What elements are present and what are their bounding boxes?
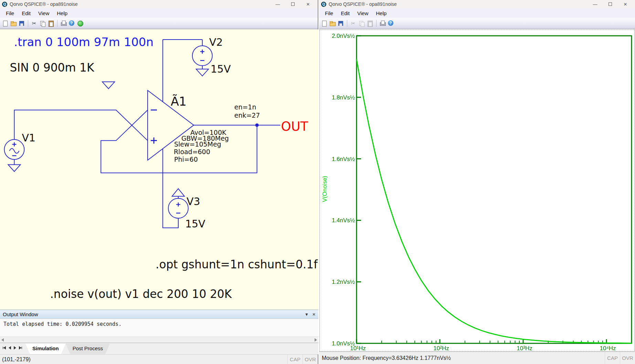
- scroll-right-icon[interactable]: [315, 338, 317, 342]
- v2-source[interactable]: [192, 46, 212, 76]
- scroll-left-icon[interactable]: [1, 338, 4, 342]
- run-icon[interactable]: [77, 20, 83, 26]
- overwrite-indicator: OVR: [620, 352, 635, 364]
- menu-file[interactable]: File: [2, 9, 18, 17]
- v3-ground-icon: [172, 189, 184, 199]
- wire-v2-top[interactable]: [163, 40, 202, 46]
- directive-opt[interactable]: .opt gshunt=1n cshunt=0.1f: [156, 258, 318, 271]
- paste-icon[interactable]: [48, 20, 54, 26]
- overwrite-indicator: OVR: [303, 355, 318, 364]
- menu-edit[interactable]: Edit: [337, 9, 353, 17]
- opamp-ref[interactable]: Ã1: [171, 94, 187, 108]
- y-axis-tick-label: 1.8nVs½: [332, 94, 355, 101]
- noise-plot[interactable]: 2.0nVs½1.8nVs½1.6nVs½1.4nVs½1.2nVs½1.0nV…: [320, 30, 635, 352]
- menu-edit[interactable]: Edit: [18, 9, 34, 17]
- v2-value[interactable]: 15V: [211, 63, 231, 75]
- paste-icon-disabled: [367, 20, 373, 26]
- opamp-param-rload[interactable]: Rload=600: [174, 148, 210, 156]
- close-icon[interactable]: ✕: [312, 312, 316, 317]
- window-title: Qorvo QSPICE® - opa891noise: [329, 1, 397, 7]
- toolbar-separator: [376, 20, 377, 27]
- v2-ground-icon: [196, 66, 209, 76]
- window-title: Qorvo QSPICE® - opa891noise: [10, 1, 78, 7]
- save-file-icon[interactable]: [338, 20, 344, 26]
- caps-indicator: CAP: [287, 355, 303, 364]
- waveform-plot-area[interactable]: 2.0nVs½1.8nVs½1.6nVs½1.4nVs½1.2nVs½1.0nV…: [319, 30, 635, 352]
- v1-ground-icon: [8, 160, 21, 172]
- v3-source[interactable]: [168, 189, 188, 218]
- y-axis-tick-label: 2.0nVs½: [332, 33, 355, 39]
- toolbar-separator: [57, 20, 57, 27]
- ground-icon[interactable]: [102, 82, 115, 89]
- collapse-icon[interactable]: ▼: [305, 312, 309, 317]
- toolbar: [319, 18, 635, 29]
- menu-help[interactable]: Help: [53, 9, 71, 17]
- menu-file[interactable]: File: [321, 9, 337, 17]
- qspice-logo-icon: Q: [2, 2, 7, 7]
- save-file-icon[interactable]: [19, 20, 25, 26]
- opamp-plus-mark: [151, 138, 157, 144]
- maximize-button[interactable]: [285, 0, 300, 8]
- help-icon[interactable]: [388, 20, 394, 26]
- toolbar: [0, 18, 318, 29]
- output-window-header[interactable]: Output Window ▼ ✕: [0, 310, 318, 319]
- menubar: File Edit View Help: [319, 8, 635, 18]
- junction-dot: [255, 124, 259, 127]
- directive-noise[interactable]: .noise v(out) v1 dec 200 10 20K: [50, 287, 232, 301]
- output-window-text: Total elapsed time: 0.0209954 seconds.: [0, 319, 318, 336]
- qspice-logo-icon: Q: [321, 2, 326, 7]
- open-file-icon[interactable]: [329, 20, 336, 26]
- directive-tran[interactable]: .tran 0 100m 97m 100n: [14, 35, 154, 49]
- opamp-param-slew[interactable]: Slew=105Meg: [174, 140, 221, 148]
- menu-view[interactable]: View: [353, 9, 372, 17]
- opamp-param-phi[interactable]: Phi=60: [174, 156, 198, 163]
- document-tabstrip: Simulation Post Process: [0, 343, 318, 354]
- directive-sin[interactable]: SIN 0 900m 1K: [10, 61, 95, 74]
- v1-source[interactable]: [4, 140, 24, 172]
- last-tab-icon[interactable]: [19, 346, 22, 350]
- new-file-icon[interactable]: [321, 20, 327, 26]
- titlebar[interactable]: Q Qorvo QSPICE® - opa891noise — ✕: [319, 0, 635, 8]
- opamp-param-enk[interactable]: enk=27: [234, 111, 260, 119]
- net-label-out[interactable]: OUT: [281, 119, 308, 134]
- prev-tab-icon[interactable]: [9, 346, 11, 350]
- mouse-position-readout: Mouse Position: Frequency=3.63426Hz 1.17…: [322, 355, 451, 361]
- tab-simulation[interactable]: Simulation: [25, 344, 66, 354]
- opamp-param-en[interactable]: en=1n: [234, 103, 256, 111]
- next-tab-icon[interactable]: [14, 346, 16, 350]
- open-file-icon[interactable]: [10, 20, 17, 26]
- caps-indicator: CAP: [605, 352, 620, 364]
- copy-icon[interactable]: [40, 20, 46, 26]
- cut-icon[interactable]: [31, 20, 38, 26]
- schematic-canvas[interactable]: .tran 0 100m 97m 100n SIN 0 900m 1K V2 1…: [0, 29, 318, 310]
- x-axis-tick-label: 10⁴Hz: [600, 345, 616, 352]
- tab-post-process[interactable]: Post Process: [66, 344, 110, 354]
- desktop: { "colors": { "wire_blue": "#2222cc", "n…: [0, 0, 635, 364]
- minimize-button[interactable]: —: [588, 0, 603, 8]
- y-axis-tick-label: 1.4nVs½: [332, 217, 355, 224]
- minimize-button[interactable]: —: [270, 0, 285, 8]
- v3-value[interactable]: 15V: [185, 218, 205, 230]
- titlebar[interactable]: Q Qorvo QSPICE® - opa891noise — ✕: [0, 0, 318, 8]
- y-axis-title: V(Onoise): [321, 176, 328, 202]
- copy-icon-disabled: [359, 20, 365, 26]
- help-icon[interactable]: [69, 20, 75, 26]
- close-button[interactable]: ✕: [300, 0, 316, 8]
- y-axis-tick-label: 1.2nVs½: [332, 279, 355, 285]
- v3-label[interactable]: V3: [187, 195, 200, 207]
- x-axis-tick-label: 10³Hz: [517, 345, 532, 352]
- menu-help[interactable]: Help: [372, 9, 390, 17]
- first-tab-icon[interactable]: [3, 346, 6, 350]
- v2-label[interactable]: V2: [209, 36, 223, 48]
- menu-view[interactable]: View: [34, 9, 53, 17]
- v1-label[interactable]: V1: [22, 132, 35, 144]
- print-icon[interactable]: [380, 20, 386, 26]
- menubar: File Edit View Help: [0, 8, 318, 18]
- cursor-coordinates: (101,-2179): [2, 356, 31, 363]
- new-file-icon[interactable]: [2, 20, 8, 26]
- output-horizontal-scrollbar[interactable]: [0, 336, 318, 343]
- maximize-button[interactable]: [603, 0, 618, 8]
- x-axis-tick-label: 10²Hz: [433, 345, 449, 352]
- print-icon[interactable]: [61, 20, 67, 26]
- close-button[interactable]: ✕: [618, 0, 633, 8]
